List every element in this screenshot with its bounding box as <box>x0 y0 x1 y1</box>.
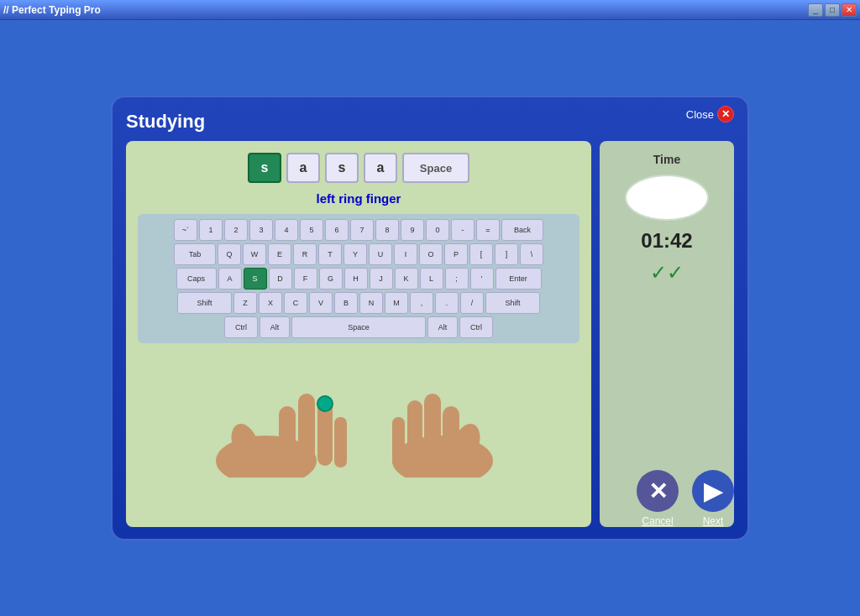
left-panel: s a s a Space left ring finger ~` 1 2 3 <box>126 141 591 527</box>
key-a[interactable]: A <box>218 268 242 290</box>
key-s-active: s <box>248 153 281 183</box>
key-semicolon[interactable]: ; <box>445 268 469 290</box>
key-g[interactable]: G <box>319 268 343 290</box>
key-x[interactable]: X <box>259 292 282 314</box>
app-title: // Perfect Typing Pro <box>3 4 808 16</box>
minimize-button[interactable]: _ <box>808 3 823 17</box>
time-oval <box>625 175 709 221</box>
content-layout: s a s a Space left ring finger ~` 1 2 3 <box>126 141 734 527</box>
svg-rect-1 <box>279 406 296 465</box>
key-shift-right[interactable]: Shift <box>485 292 540 314</box>
key-ctrl-right[interactable]: Ctrl <box>459 316 493 338</box>
key-period[interactable]: . <box>435 292 459 314</box>
key-backspace[interactable]: Back <box>501 219 543 241</box>
svg-rect-8 <box>392 417 405 467</box>
key-a1: a <box>286 153 320 183</box>
taskbar: // Perfect Typing Pro _ □ ✕ <box>0 0 860 20</box>
key-j[interactable]: J <box>370 268 393 290</box>
key-q[interactable]: Q <box>218 243 241 265</box>
check-marks: ✓✓ <box>650 261 684 285</box>
close-label: Close <box>686 108 714 121</box>
key-y[interactable]: Y <box>343 243 367 265</box>
key-o[interactable]: O <box>419 243 443 265</box>
key-ctrl-left[interactable]: Ctrl <box>224 316 258 338</box>
key-e[interactable]: E <box>268 243 291 265</box>
key-u[interactable]: U <box>369 243 392 265</box>
key-h[interactable]: H <box>344 268 368 290</box>
svg-rect-9 <box>407 400 422 466</box>
window-close-button[interactable]: ✕ <box>842 3 857 17</box>
key-space: Space <box>402 153 469 183</box>
key-w[interactable]: W <box>243 243 266 265</box>
key-9[interactable]: 9 <box>401 219 424 241</box>
key-t[interactable]: T <box>318 243 342 265</box>
key-m[interactable]: M <box>385 292 408 314</box>
key-l[interactable]: L <box>420 268 443 290</box>
key-3[interactable]: 3 <box>249 219 273 241</box>
key-i[interactable]: I <box>394 243 417 265</box>
key-s2: s <box>325 153 359 183</box>
dialog-close-button[interactable]: ✕ <box>717 106 734 123</box>
maximize-button[interactable]: □ <box>825 3 840 17</box>
key-d[interactable]: D <box>269 268 292 290</box>
key-8[interactable]: 8 <box>375 219 399 241</box>
key-c[interactable]: C <box>284 292 307 314</box>
key-backslash[interactable]: \ <box>520 243 543 265</box>
key-n[interactable]: N <box>359 292 383 314</box>
key-alt-left[interactable]: Alt <box>260 316 290 338</box>
cancel-button[interactable]: ✕ Cancel <box>637 470 679 527</box>
key-s-highlighted[interactable]: S <box>244 268 267 290</box>
svg-point-6 <box>317 396 333 411</box>
key-lbracket[interactable]: [ <box>469 243 493 265</box>
key-alt-right[interactable]: Alt <box>427 316 458 338</box>
dialog-title: Studying <box>126 111 734 133</box>
kb-row-2: Tab Q W E R T Y U I O P [ ] \ <box>143 243 574 265</box>
key-space-bar[interactable]: Space <box>291 316 426 338</box>
key-v[interactable]: V <box>309 292 333 314</box>
key-rbracket[interactable]: ] <box>495 243 518 265</box>
key-b[interactable]: B <box>334 292 358 314</box>
svg-rect-4 <box>334 417 347 467</box>
main-area: Close ✕ Studying s a s a Space left ring… <box>0 20 860 616</box>
right-panel: Time 01:42 ✓✓ <box>600 141 734 527</box>
key-6[interactable]: 6 <box>325 219 349 241</box>
key-z[interactable]: Z <box>233 292 257 314</box>
kb-row-1: ~` 1 2 3 4 5 6 7 8 9 0 - = Back <box>143 219 574 241</box>
keyboard: ~` 1 2 3 4 5 6 7 8 9 0 - = Back <box>138 214 579 343</box>
key-slash[interactable]: / <box>460 292 484 314</box>
key-0[interactable]: 0 <box>426 219 449 241</box>
key-enter[interactable]: Enter <box>496 268 542 290</box>
hands-svg <box>149 352 569 478</box>
key-1[interactable]: 1 <box>199 219 223 241</box>
cancel-icon[interactable]: ✕ <box>637 470 679 512</box>
key-k[interactable]: K <box>395 268 418 290</box>
window-controls: _ □ ✕ <box>808 3 857 17</box>
key-4[interactable]: 4 <box>275 219 298 241</box>
hands-area <box>138 352 579 478</box>
time-label: Time <box>653 153 680 166</box>
svg-rect-2 <box>298 394 315 465</box>
key-quote[interactable]: ' <box>470 268 494 290</box>
key-r[interactable]: R <box>293 243 317 265</box>
key-caps[interactable]: Caps <box>176 268 217 290</box>
bottom-buttons: ✕ Cancel ▶ Next <box>637 470 734 527</box>
key-minus[interactable]: - <box>451 219 475 241</box>
key-equals[interactable]: = <box>476 219 500 241</box>
key-2[interactable]: 2 <box>224 219 248 241</box>
key-backtick[interactable]: ~` <box>174 219 197 241</box>
cancel-label: Cancel <box>642 515 673 527</box>
key-5[interactable]: 5 <box>300 219 323 241</box>
key-f[interactable]: F <box>294 268 317 290</box>
key-sequence: s a s a Space <box>248 153 469 183</box>
key-comma[interactable]: , <box>410 292 433 314</box>
key-7[interactable]: 7 <box>350 219 374 241</box>
next-label: Next <box>703 515 724 527</box>
key-tab[interactable]: Tab <box>174 243 216 265</box>
next-button[interactable]: ▶ Next <box>692 470 734 527</box>
next-icon[interactable]: ▶ <box>692 470 734 512</box>
key-p[interactable]: P <box>444 243 468 265</box>
kb-row-5: Ctrl Alt Space Alt Ctrl <box>143 316 574 338</box>
finger-label: left ring finger <box>317 191 401 206</box>
dialog: Close ✕ Studying s a s a Space left ring… <box>111 96 749 540</box>
key-shift-left[interactable]: Shift <box>177 292 232 314</box>
